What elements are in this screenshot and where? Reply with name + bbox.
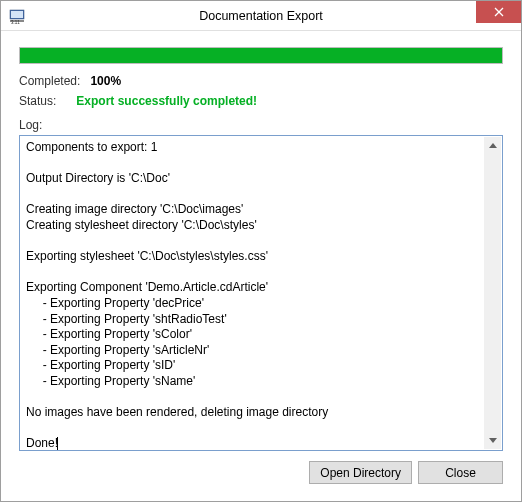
status-row: Status: Export successfully completed!: [19, 94, 503, 108]
text-cursor: [57, 437, 58, 450]
open-directory-button[interactable]: Open Directory: [309, 461, 412, 484]
progress-bar: [19, 47, 503, 64]
window-close-button[interactable]: [476, 1, 521, 23]
button-row: Open Directory Close: [19, 461, 503, 484]
close-button[interactable]: Close: [418, 461, 503, 484]
completed-value: 100%: [90, 74, 121, 88]
scroll-up-icon[interactable]: [484, 137, 501, 154]
completed-row: Completed: 100%: [19, 74, 503, 88]
completed-label: Completed:: [19, 74, 80, 88]
log-textarea[interactable]: Components to export: 1 Output Directory…: [19, 135, 503, 451]
svg-text:3.11: 3.11: [11, 19, 20, 24]
titlebar: 3.11 Documentation Export: [1, 1, 521, 31]
svg-rect-1: [11, 11, 23, 18]
log-label: Log:: [19, 118, 503, 132]
svg-marker-6: [489, 143, 497, 148]
status-value: Export successfully completed!: [76, 94, 257, 108]
log-scrollbar[interactable]: [484, 137, 501, 449]
dialog-content: Completed: 100% Status: Export successfu…: [1, 31, 521, 496]
window-title: Documentation Export: [1, 9, 521, 23]
app-icon: 3.11: [8, 7, 26, 25]
progress-fill: [20, 48, 502, 63]
scroll-down-icon[interactable]: [484, 432, 501, 449]
close-icon: [494, 7, 504, 17]
log-content: Components to export: 1 Output Directory…: [26, 140, 328, 450]
status-label: Status:: [19, 94, 56, 108]
svg-marker-7: [489, 438, 497, 443]
